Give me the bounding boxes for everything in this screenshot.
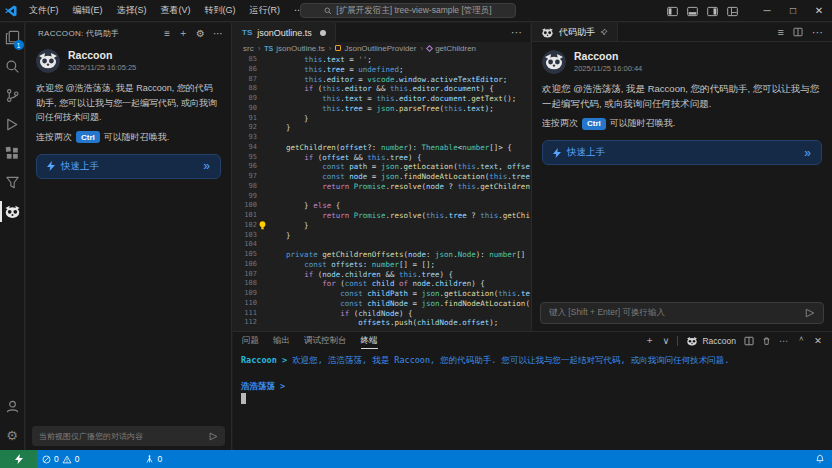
status-bar: 0 0 0 xyxy=(0,450,832,468)
split-editor-icon[interactable] xyxy=(793,27,803,37)
code-line[interactable]: 100 } else { xyxy=(233,201,530,211)
menu-item[interactable]: 文件(F) xyxy=(22,0,66,21)
sidebar-item-source-control[interactable] xyxy=(0,81,25,110)
quick-start-button[interactable]: 快速上手 » xyxy=(542,140,822,165)
maximize-panel-icon[interactable]: ＾ xyxy=(797,334,807,347)
code-editor[interactable]: 85 this.text = '';86 this.tree = undefin… xyxy=(233,55,530,331)
code-line[interactable]: 94 getChildren(offset?: number): Thenabl… xyxy=(233,143,530,153)
code-line[interactable]: 96 const path = json.getLocation(this.te… xyxy=(233,162,530,172)
terminal-instance-entry[interactable]: Raccoon xyxy=(686,336,736,346)
breadcrumb-item[interactable]: getChildren xyxy=(427,44,476,53)
tab-code-assistant[interactable]: 代码助手 xyxy=(532,23,618,41)
account-button[interactable] xyxy=(0,392,25,421)
code-line[interactable]: 110 const childNode = json.findNodeAtLoc… xyxy=(233,299,530,309)
sidebar-chat-input[interactable]: 当前视图仅广播您的对话内容 xyxy=(32,426,225,446)
close-panel-icon[interactable]: ✕ xyxy=(814,335,822,346)
menu-item[interactable]: 运行(R) xyxy=(243,0,288,21)
problems-status[interactable]: 0 0 xyxy=(37,450,84,468)
new-chat-icon[interactable]: ＋ xyxy=(178,26,188,40)
code-line[interactable]: 105 private getChildrenOffsets(node: jso… xyxy=(233,250,530,260)
code-line[interactable]: 93 xyxy=(233,133,530,143)
minimize-button[interactable]: ─ xyxy=(754,0,780,22)
sidebar-item-search[interactable] xyxy=(0,52,25,81)
code-line[interactable]: 97 const node = json.findNodeAtLocation(… xyxy=(233,172,530,182)
sidebar-item-run-debug[interactable] xyxy=(0,110,25,139)
code-line[interactable]: 101 return Promise.resolve(this.tree ? t… xyxy=(233,211,530,221)
pin-icon[interactable] xyxy=(600,28,608,36)
assistant-name: Raccoon xyxy=(68,49,136,61)
settings-icon[interactable]: ⚙ xyxy=(196,28,205,39)
tab-jsonoutline[interactable]: TS jsonOutline.ts xyxy=(233,23,336,42)
line-number: 102 xyxy=(233,221,257,231)
terminal-dropdown-icon[interactable]: ∨ xyxy=(663,335,670,346)
panel-tab[interactable]: 问题 xyxy=(242,333,259,348)
toggle-panel-icon[interactable] xyxy=(687,6,698,17)
command-center-search[interactable]: [扩展开发宿主] tree-view-sample [管理员] xyxy=(300,3,516,18)
code-text: getChildren(offset?: number): Thenable<n… xyxy=(268,143,512,153)
code-line[interactable]: 111 if (childNode) { xyxy=(233,309,530,319)
panel-tab[interactable]: 调试控制台 xyxy=(304,333,347,348)
chat-menu-icon[interactable]: ≡ xyxy=(778,26,784,38)
code-text: private getChildrenOffsets(node: json.No… xyxy=(268,250,530,260)
bell-icon[interactable] xyxy=(815,454,825,464)
menu-item[interactable]: 转到(G) xyxy=(198,0,243,21)
remote-indicator[interactable] xyxy=(0,450,37,468)
breadcrumb-item[interactable]: TSjsonOutline.ts xyxy=(264,44,324,53)
broadcast-status[interactable]: 0 xyxy=(140,450,167,468)
raccoon-chat-editor: 代码助手 ≡ ⋯ Raccoon 2025/11/25 16:00:44 欢迎您… xyxy=(531,23,832,331)
panel-tab[interactable]: 终端 xyxy=(361,333,378,349)
more-icon[interactable]: ⋯ xyxy=(213,28,223,39)
toggle-secondary-sidebar-icon[interactable] xyxy=(707,6,718,17)
sidebar-item-extensions[interactable] xyxy=(0,139,25,168)
code-line[interactable]: 99 xyxy=(233,192,530,202)
code-line[interactable]: 103 } xyxy=(233,231,530,241)
code-line[interactable]: 109 const childPath = json.getLocation(t… xyxy=(233,289,530,299)
new-terminal-icon[interactable]: ＋ xyxy=(645,334,655,347)
code-line[interactable]: 88 if (this.editor && this.editor.docume… xyxy=(233,84,530,94)
menu-item[interactable]: 编辑(E) xyxy=(66,0,110,21)
lightbulb-icon[interactable] xyxy=(257,221,268,231)
more-icon[interactable]: ⋯ xyxy=(812,26,823,39)
customize-layout-icon[interactable] xyxy=(727,6,738,17)
more-icon[interactable]: ⋯ xyxy=(779,335,789,346)
kill-terminal-icon[interactable] xyxy=(762,336,771,346)
history-icon[interactable]: ≡ xyxy=(164,28,170,39)
editor-actions-more-icon[interactable]: ⋯ xyxy=(511,26,522,39)
chat-input[interactable]: 键入 [Shift + Enter] 可换行输入 xyxy=(540,302,824,324)
sidebar-item-raccoon[interactable] xyxy=(0,197,25,226)
code-line[interactable]: 95 if (offset && this.tree) { xyxy=(233,153,530,163)
sidebar-item-filter[interactable] xyxy=(0,168,25,197)
code-line[interactable]: 87 this.editor = vscode.window.activeTex… xyxy=(233,75,530,85)
line-number: 106 xyxy=(233,260,257,270)
code-line[interactable]: 85 this.text = ''; xyxy=(233,55,530,65)
code-line[interactable]: 102 } xyxy=(233,221,530,231)
code-line[interactable]: 107 if (node.children && this.tree) { xyxy=(233,270,530,280)
send-icon[interactable] xyxy=(209,432,218,441)
code-line[interactable]: 91 } xyxy=(233,114,530,124)
panel-tab[interactable]: 输出 xyxy=(273,333,290,348)
code-line[interactable]: 86 this.tree = undefined; xyxy=(233,65,530,75)
menu-item[interactable]: 选择(S) xyxy=(110,0,154,21)
code-line[interactable]: 92 } xyxy=(233,123,530,133)
maximize-button[interactable]: □ xyxy=(780,0,806,22)
code-line[interactable]: 89 this.text = this.editor.document.getT… xyxy=(233,94,530,104)
code-text: } xyxy=(268,221,309,231)
code-line[interactable]: 112 offsets.push(childNode.offset); xyxy=(233,318,530,328)
code-line[interactable]: 90 this.tree = json.parseTree(this.text)… xyxy=(233,104,530,114)
line-number: 108 xyxy=(233,279,257,289)
menu-item[interactable]: 查看(V) xyxy=(154,0,198,21)
code-line[interactable]: 104 xyxy=(233,240,530,250)
toggle-primary-sidebar-icon[interactable] xyxy=(667,6,678,17)
terminal-area[interactable]: Raccoon > 欢迎您, 浩浩荡荡, 我是 Raccoon, 您的代码助手.… xyxy=(233,349,832,411)
quick-start-button[interactable]: 快速上手 » xyxy=(36,154,221,179)
sidebar-item-explorer[interactable]: 1 xyxy=(0,23,25,52)
breadcrumb-item[interactable]: JsonOutlineProvider xyxy=(335,44,416,53)
split-terminal-icon[interactable] xyxy=(744,336,754,346)
code-line[interactable]: 98 return Promise.resolve(node ? this.ge… xyxy=(233,182,530,192)
close-button[interactable]: ✕ xyxy=(806,0,832,22)
code-line[interactable]: 106 const offsets: number[] = []; xyxy=(233,260,530,270)
code-line[interactable]: 108 for (const child of node.children) { xyxy=(233,279,530,289)
send-icon[interactable] xyxy=(805,308,815,318)
settings-button[interactable]: ⚙ xyxy=(0,421,25,450)
breadcrumb-item[interactable]: src xyxy=(243,44,254,53)
